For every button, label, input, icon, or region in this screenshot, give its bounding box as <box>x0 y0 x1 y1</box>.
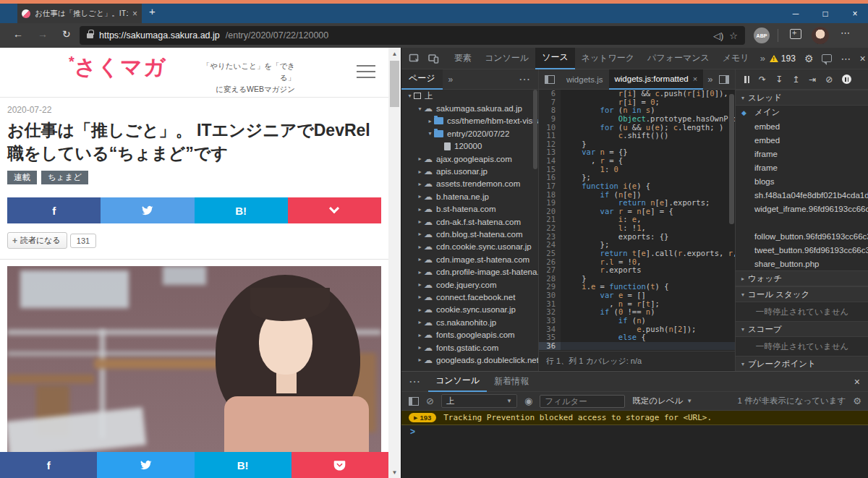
live-expression-eye-icon[interactable]: ◉ <box>524 396 532 406</box>
line-number[interactable]: 9 <box>539 115 561 124</box>
code-line[interactable]: 6 r[i] && c.push(r[i][0]), <box>539 90 735 98</box>
tree-item[interactable]: ▸☁code.jquery.com <box>401 278 538 291</box>
expand-debugger-icon[interactable] <box>719 75 729 84</box>
feedback-icon[interactable] <box>822 54 832 62</box>
clear-console-icon[interactable]: ⊘ <box>426 396 434 406</box>
profile-avatar[interactable] <box>812 27 829 44</box>
collapse-navigator-icon[interactable] <box>545 75 555 84</box>
code-line[interactable]: 36 <box>539 342 735 351</box>
devtools-tab-4[interactable]: パフォーマンス <box>641 48 716 69</box>
devtools-menu-icon[interactable]: ⋯ <box>841 53 851 64</box>
code-line[interactable]: 9 Object.prototype.hasOwnPrope <box>539 115 735 124</box>
adblock-extension-icon[interactable]: ABP <box>754 27 770 43</box>
address-bar[interactable]: https://sakumaga.sakura.ad.jp/entry/2020… <box>80 26 745 45</box>
callstack-section-header[interactable]: ▾コール スタック <box>736 286 868 302</box>
tree-expander-icon[interactable]: ▸ <box>416 294 424 300</box>
tab-page[interactable]: ページ <box>401 69 443 90</box>
device-toolbar-icon[interactable] <box>427 53 439 64</box>
code-area[interactable]: 6 r[i] && c.push(r[i][0]),7 r[i] = 0;8 f… <box>539 90 735 351</box>
scope-section-header[interactable]: ▾スコープ <box>736 321 868 337</box>
tree-expander-icon[interactable]: ▾ <box>426 130 434 137</box>
tree-item[interactable]: ▸☁ajax.googleapis.com <box>401 153 538 165</box>
tree-expander-icon[interactable]: ▾ <box>406 93 414 99</box>
forward-button[interactable]: → <box>38 28 48 40</box>
browser-tab[interactable]: お仕事は「推しごと」。ITエンジニアで × <box>17 4 142 23</box>
tree-item[interactable]: ▸☁cs.nakanohito.jp <box>401 316 538 328</box>
page-scrollbar[interactable]: ▲ ▼ <box>388 48 401 478</box>
code-line[interactable]: 34 e.push(n[2]); <box>539 325 735 334</box>
code-line[interactable]: 14 , r = { <box>539 157 735 166</box>
window-minimize-button[interactable]: ─ <box>783 4 808 23</box>
thread-item[interactable]: widget_iframe.96fd96193cc66c3... <box>736 202 868 215</box>
tree-expander-icon[interactable]: ▸ <box>416 231 424 237</box>
editor-more-tabs-icon[interactable]: » <box>703 74 717 85</box>
tree-item[interactable]: ▸☁fonts.gstatic.com <box>401 341 538 354</box>
pause-icon[interactable] <box>744 76 749 83</box>
console-prompt[interactable]: > <box>401 425 868 438</box>
tree-item[interactable]: ▸☁cdn-ak.f.st-hatena.com <box>401 215 538 228</box>
line-number[interactable]: 6 <box>539 90 561 98</box>
code-line[interactable]: 33 if (n) <box>539 317 735 325</box>
hatena-bookmark-share-button[interactable]: B! <box>195 452 292 478</box>
tree-item[interactable]: ▸☁cdn.blog.st-hatena.com <box>401 228 538 240</box>
tree-expander-icon[interactable]: ▸ <box>416 193 424 200</box>
step-over-icon[interactable]: ↷ <box>759 74 766 85</box>
facebook-share-button[interactable]: f <box>0 452 97 478</box>
line-number[interactable]: 35 <box>539 333 561 342</box>
hamburger-menu-icon[interactable] <box>357 65 375 78</box>
devtools-tab-0[interactable]: 要素 <box>448 48 478 69</box>
watch-section-header[interactable]: ▸ウォッチ <box>736 270 868 286</box>
site-logo[interactable]: * さくマガ <box>69 56 166 78</box>
article-tag-badge[interactable]: 連載 <box>7 171 37 184</box>
tab-whats-new[interactable]: 新着情報 <box>487 372 536 392</box>
breakpoints-section-header[interactable]: ▾ブレークポイント <box>736 356 868 371</box>
hatena-bookmark-share-button[interactable]: B! <box>195 197 288 223</box>
thread-item[interactable]: blogs <box>736 174 868 188</box>
more-tabs-icon[interactable]: » <box>756 53 770 64</box>
code-line[interactable]: 12 } <box>539 140 735 149</box>
tree-item[interactable]: ▸☁cdn.image.st-hatena.com <box>401 253 538 265</box>
tree-expander-icon[interactable]: ▸ <box>426 118 434 124</box>
devtools-tab-2[interactable]: ソース <box>535 48 575 69</box>
thread-item[interactable]: iframe <box>736 147 868 161</box>
line-number[interactable]: 36 <box>539 342 561 351</box>
thread-item[interactable]: tweet_button.96fd96193cc66c3e... <box>736 243 868 257</box>
tree-expander-icon[interactable]: ▸ <box>416 206 424 213</box>
expand-share-share-button[interactable] <box>288 197 381 223</box>
tree-item[interactable]: ▸☁assets.trendemon.com <box>401 178 538 190</box>
window-close-button[interactable]: × <box>843 4 867 23</box>
console-sidebar-icon[interactable] <box>409 397 419 406</box>
code-line[interactable]: 16 }; <box>539 174 735 182</box>
warning-count-badge[interactable]: ▶193 <box>409 413 436 422</box>
deactivate-breakpoints-icon[interactable]: ⊘ <box>825 74 833 85</box>
browser-menu-icon[interactable]: ⋯ <box>841 27 851 38</box>
tab-close-icon[interactable]: × <box>693 74 697 83</box>
code-line[interactable]: 15 1: 0 <box>539 166 735 174</box>
code-line[interactable]: 29 i.e = function(t) { <box>539 283 735 291</box>
tree-expander-icon[interactable]: ▸ <box>416 332 424 338</box>
code-line[interactable]: 19 return n[e].exports; <box>539 199 735 208</box>
tree-item[interactable]: ▸☁fonts.googleapis.com <box>401 328 538 341</box>
tree-item[interactable]: ▸☁b.st-hatena.com <box>401 203 538 215</box>
step-out-icon[interactable]: ↥ <box>792 74 799 85</box>
tree-expander-icon[interactable]: ▸ <box>416 218 424 225</box>
line-number[interactable]: 22 <box>539 224 561 233</box>
thread-item[interactable]: ◆メイン <box>736 106 868 119</box>
tree-expander-icon[interactable]: ▸ <box>416 269 424 276</box>
code-line[interactable]: 20 var r = n[e] = { <box>539 208 735 216</box>
code-line[interactable]: 31 , n = r[t]; <box>539 300 735 309</box>
tree-expander-icon[interactable]: ▸ <box>416 168 424 175</box>
tree-item[interactable]: ▸☁connect.facebook.net <box>401 291 538 303</box>
navigator-menu-icon[interactable]: ⋯ <box>519 72 538 86</box>
code-line[interactable]: 28 } <box>539 275 735 283</box>
reload-button[interactable]: ↻ <box>62 28 71 40</box>
line-number[interactable]: 30 <box>539 291 561 300</box>
thread-item[interactable] <box>736 215 868 229</box>
code-line[interactable]: 8 for (n in s) <box>539 106 735 115</box>
read-aloud-icon[interactable]: ◁) <box>713 30 723 41</box>
code-line[interactable]: 24 }; <box>539 241 735 249</box>
favorite-star-icon[interactable]: ☆ <box>729 30 738 41</box>
tab-console[interactable]: コンソール <box>428 372 487 392</box>
console-close-icon[interactable]: × <box>854 376 868 388</box>
threads-section-header[interactable]: ▾スレッド <box>736 90 868 106</box>
